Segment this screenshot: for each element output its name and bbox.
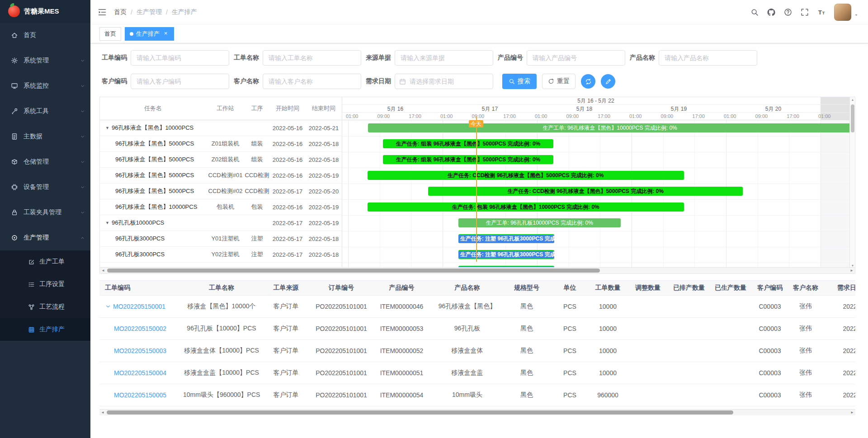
- order-row[interactable]: MO202205150001移液盒【黑色】10000个客户订单PO2022051…: [99, 296, 855, 318]
- app-logo[interactable]: 苦糖果MES: [0, 0, 90, 23]
- gantt-range-label: 5月 16 - 5月 22: [342, 97, 849, 105]
- gantt-bar-task[interactable]: 生产任务: 包装 96孔移液盒【黑色】10000PCS 完成比例: 0%: [368, 203, 684, 212]
- sidebar-subitem-production-work-order[interactable]: 生产工单: [0, 250, 90, 273]
- scroll-right-arrow-icon[interactable]: ►: [850, 268, 854, 273]
- sidebar-item-master-data[interactable]: 主数据: [0, 124, 90, 149]
- tab-home[interactable]: 首页: [99, 27, 121, 41]
- box-icon: [11, 158, 18, 165]
- sidebar-item-system-tools[interactable]: 系统工具: [0, 99, 90, 124]
- gantt-bar-task[interactable]: 生产任务: 注塑 96孔孔板3000PCS 完成比例: 0%: [458, 250, 555, 259]
- order-cell: 10000: [588, 347, 627, 354]
- sidebar-item-system-monitoring[interactable]: 系统监控: [0, 73, 90, 99]
- order-cell: 张伟: [788, 391, 823, 399]
- work-order-code-link[interactable]: MO202205150002: [114, 325, 166, 332]
- reset-button[interactable]: 重置: [542, 74, 576, 89]
- sidebar-item-home[interactable]: 首页: [0, 23, 90, 48]
- workstation: CCD检测#02: [206, 187, 245, 195]
- horizontal-scroll-thumb[interactable]: [107, 268, 600, 273]
- order-cell: C00003: [751, 325, 788, 332]
- sidebar-toggle-button[interactable]: [98, 8, 107, 17]
- active-tab-dot-icon: [130, 32, 133, 36]
- order-cell: 黑色: [502, 391, 552, 399]
- filter-field-work-order-name: 工单名称: [234, 50, 361, 66]
- help-button[interactable]: [784, 8, 792, 16]
- gantt-task-row[interactable]: 96孔移液盒【黑色】5000PCSCCD检测#01CCD检测2022-05-16…: [100, 168, 342, 184]
- header-search-button[interactable]: [750, 8, 759, 16]
- collapse-triangle-icon[interactable]: ▼: [105, 221, 109, 225]
- gantt-task-row[interactable]: 96孔孔板3000PCSY01注塑机注塑2022-05-172022-05-18: [100, 231, 342, 247]
- sidebar-item-system-management[interactable]: 系统管理: [0, 48, 90, 73]
- demand-date-input[interactable]: [395, 74, 493, 89]
- gantt-bar-task[interactable]: 生产任务: CCD检测 96孔移液盒【黑色】5000PCS 完成比例: 0%: [368, 171, 684, 180]
- gantt-task-row[interactable]: 96孔孔板3000PCSY02注塑机注塑2022-05-172022-05-18: [100, 247, 342, 263]
- scroll-up-arrow-icon[interactable]: ▲: [850, 98, 855, 101]
- tabs-bar: 首页生产排产×: [90, 24, 868, 43]
- edit-schedule-button[interactable]: [601, 74, 615, 89]
- breadcrumb-item[interactable]: 首页: [114, 8, 127, 16]
- fullscreen-button[interactable]: [801, 8, 809, 16]
- gantt-bar-work-order[interactable]: 生产工单: 96孔移液盒【黑色】10000PCS 完成比例: 0%: [368, 123, 850, 132]
- source-document-input[interactable]: [395, 50, 493, 66]
- gantt-hour-label: 17:00: [503, 113, 516, 119]
- work-order-name-input[interactable]: [263, 50, 361, 66]
- gantt-bar-task[interactable]: 生产任务: 组装 96孔移液盒【黑色】5000PCS 完成比例: 0%: [383, 139, 554, 148]
- sidebar-submenu: 生产工单工序设置工艺流程生产排产: [0, 250, 90, 341]
- order-row[interactable]: MO202205150003移液盒盒体【10000】PCS客户订单PO20220…: [99, 340, 855, 362]
- row-expand-caret-icon[interactable]: [105, 303, 111, 310]
- scroll-left-arrow-icon[interactable]: ◄: [101, 410, 104, 415]
- chevron-down-icon: [80, 160, 85, 165]
- filter-label: 需求日期: [366, 77, 391, 85]
- vertical-scroll-thumb[interactable]: [851, 104, 854, 132]
- order-row[interactable]: MO20220515000510mm吸头【960000】PCS客户订单PO202…: [99, 384, 855, 406]
- work-order-code-link[interactable]: MO202205150001: [113, 303, 165, 310]
- gantt-task-row[interactable]: 96孔移液盒【黑色】5000PCSCCD检测#02CCD检测2022-05-17…: [100, 184, 342, 199]
- scroll-down-arrow-icon[interactable]: ▼: [850, 264, 855, 267]
- gantt-task-row[interactable]: 96孔移液盒【黑色】5000PCSZ01组装机组装2022-05-162022-…: [100, 136, 342, 152]
- product-name-input[interactable]: [659, 50, 757, 66]
- order-row[interactable]: MO202205150004移液盒盒盖【10000】PCS客户订单PO20220…: [99, 362, 855, 384]
- gantt-bar-task[interactable]: 生产任务: CCD检测 96孔移液盒【黑色】5000PCS 完成比例: 0%: [428, 187, 743, 196]
- collapse-triangle-icon[interactable]: ▼: [105, 126, 109, 130]
- tab-production-scheduling[interactable]: 生产排产×: [125, 27, 174, 41]
- scroll-left-arrow-icon[interactable]: ◄: [101, 268, 105, 273]
- gantt-bar-work-order[interactable]: 生产工单: 96孔孔板10000PCS 完成比例: 0%: [458, 218, 621, 227]
- gantt-table-header: 任务名工作站工序开始时间结束时间: [100, 97, 342, 120]
- sidebar-item-warehouse-management[interactable]: 仓储管理: [0, 149, 90, 174]
- svg-text:T: T: [818, 9, 822, 16]
- scroll-right-arrow-icon[interactable]: ►: [850, 410, 854, 415]
- gantt-task-row[interactable]: 96孔移液盒【黑色】10000PCS包装机包装2022-05-162022-05…: [100, 199, 342, 215]
- workstation: CCD检测#01: [206, 171, 245, 179]
- sidebar-subitem-production-scheduling[interactable]: 生产排产: [0, 318, 90, 341]
- search-button[interactable]: 搜索: [502, 74, 537, 89]
- workstation: Y02注塑机: [206, 250, 245, 259]
- customer-code-input[interactable]: [131, 74, 229, 89]
- close-icon[interactable]: ×: [162, 30, 169, 37]
- orders-column-header: 调整数量: [627, 284, 668, 292]
- work-order-code-input[interactable]: [131, 50, 229, 66]
- sidebar-subitem-label: 生产排产: [39, 325, 65, 334]
- sidebar-subitem-process-settings[interactable]: 工序设置: [0, 273, 90, 296]
- gantt-task-row[interactable]: 96孔移液盒【黑色】5000PCSZ02组装机组装2022-05-162022-…: [100, 152, 342, 168]
- order-row[interactable]: MO20220515000296孔孔板【10000】PCS客户订单PO20220…: [99, 318, 855, 340]
- user-menu[interactable]: [834, 4, 859, 21]
- sidebar-item-fixture-management[interactable]: 工装夹具管理: [0, 200, 90, 225]
- work-order-code-link[interactable]: MO202205150004: [114, 369, 166, 377]
- work-order-code-link[interactable]: MO202205150005: [114, 391, 166, 399]
- sidebar-subitem-process-flow[interactable]: 工艺流程: [0, 296, 90, 318]
- product-code-input[interactable]: [527, 50, 625, 66]
- horizontal-scroll-thumb[interactable]: [107, 410, 733, 414]
- sidebar-item-production-management[interactable]: 生产管理: [0, 225, 90, 250]
- font-size-button[interactable]: TT: [817, 8, 826, 16]
- gantt-task-row[interactable]: ▼96孔移液盒【黑色】10000PCS2022-05-162022-05-21: [100, 120, 342, 136]
- gantt-horizontal-scrollbar[interactable]: ◄►: [100, 267, 855, 273]
- refresh-schedule-button[interactable]: [581, 74, 595, 89]
- gantt-task-row[interactable]: ▼96孔孔板10000PCS2022-05-172022-05-19: [100, 215, 342, 231]
- customer-name-input[interactable]: [263, 74, 361, 89]
- gantt-vertical-scrollbar[interactable]: ▲▼: [849, 97, 855, 268]
- sidebar-item-equipment-management[interactable]: 设备管理: [0, 174, 90, 200]
- orders-horizontal-scrollbar[interactable]: ◄►: [99, 409, 855, 415]
- github-button[interactable]: [767, 8, 775, 16]
- gantt-bar-task[interactable]: 生产任务: 组装 96孔移液盒【黑色】5000PCS 完成比例: 0%: [383, 155, 554, 164]
- work-order-code-link[interactable]: MO202205150003: [114, 347, 166, 354]
- gantt-bar-task[interactable]: 生产任务: 注塑 96孔孔板3000PCS 完成比例: 0%: [458, 234, 555, 243]
